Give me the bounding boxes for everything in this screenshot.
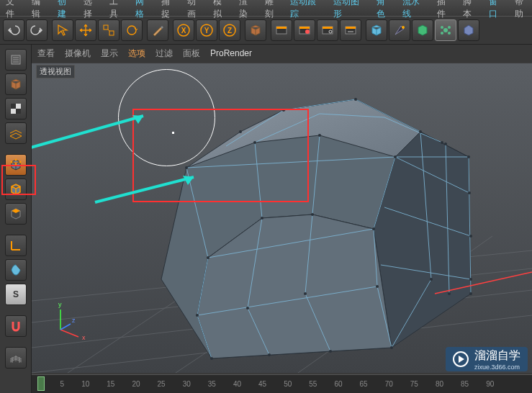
mode-toolbar: S (0, 45, 32, 393)
timeline-tick: 60 (334, 380, 342, 388)
environment-button[interactable] (458, 19, 479, 41)
live-select-button[interactable] (52, 19, 73, 41)
vmenu-选项[interactable]: 选项 (128, 48, 145, 60)
svg-point-56 (196, 314, 199, 317)
svg-text:Z: Z (227, 27, 232, 35)
menu-文件[interactable]: 文件 (6, 0, 23, 20)
edge-mode-button[interactable] (5, 179, 27, 200)
svg-point-49 (394, 155, 397, 158)
workplane-grid-button[interactable] (5, 347, 27, 369)
axis-button[interactable] (5, 235, 27, 256)
timeline-tick: 55 (309, 380, 317, 388)
menu-模拟[interactable]: 模拟 (213, 0, 230, 20)
workplane-mode-button[interactable] (5, 122, 27, 144)
menu-选择[interactable]: 选择 (84, 0, 101, 20)
rotate-tool-button[interactable] (121, 19, 143, 41)
vmenu-摄像机[interactable]: 摄像机 (65, 48, 91, 60)
timeline-playhead[interactable] (37, 376, 45, 391)
svg-point-19 (402, 26, 405, 29)
snap-button[interactable]: S (5, 284, 27, 305)
timeline-ruler[interactable]: 051015202530354045505560657075808590 (32, 374, 532, 393)
svg-point-64 (469, 292, 472, 295)
vmenu-查看[interactable]: 查看 (37, 48, 55, 60)
svg-text:x: x (82, 334, 86, 341)
spline-pen-button[interactable] (389, 19, 410, 41)
deformer-button[interactable] (435, 19, 456, 41)
primitive-cube-button[interactable] (366, 19, 387, 41)
svg-text:Y: Y (204, 27, 209, 35)
svg-text:X: X (181, 27, 186, 35)
point-mode-button[interactable] (5, 154, 27, 176)
viewport-menu-bar: 查看摄像机显示选项过滤面板ProRender (32, 45, 532, 62)
svg-point-54 (261, 217, 263, 220)
recent-tool-button[interactable] (147, 19, 168, 41)
menu-编辑[interactable]: 编辑 (32, 0, 49, 20)
vmenu-ProRender[interactable]: ProRender (210, 48, 252, 58)
svg-point-2 (127, 26, 136, 35)
viewport-canvas: x y z (32, 62, 532, 374)
svg-point-31 (14, 159, 17, 161)
watermark-sub: zixue.3d66.com (474, 363, 520, 371)
svg-rect-12 (299, 27, 310, 29)
model-mode-button[interactable] (5, 73, 27, 95)
svg-point-71 (441, 141, 443, 144)
texture-mode-button[interactable] (5, 98, 27, 119)
move-tool-button[interactable] (75, 19, 96, 41)
svg-point-23 (441, 32, 443, 35)
perspective-viewport[interactable]: 透视视图 (32, 62, 532, 374)
coord-system-button[interactable] (245, 19, 266, 41)
menu-创建[interactable]: 创建 (58, 0, 75, 20)
menu-工具[interactable]: 工具 (109, 0, 127, 20)
scale-tool-button[interactable] (98, 19, 120, 41)
menu-角色[interactable]: 角色 (377, 0, 394, 20)
svg-point-33 (14, 163, 17, 166)
viewport-panel: 查看摄像机显示选项过滤面板ProRender 透视视图 (32, 45, 532, 393)
menu-流水线[interactable]: 流水线 (402, 0, 428, 20)
menu-渲染[interactable]: 渲染 (239, 0, 256, 20)
svg-point-59 (376, 285, 379, 288)
render-settings-button[interactable] (317, 19, 338, 41)
timeline-tick: 20 (132, 380, 140, 388)
svg-point-69 (469, 278, 472, 281)
svg-point-24 (448, 32, 451, 35)
vmenu-显示[interactable]: 显示 (101, 48, 118, 60)
main-menu-bar: 文件编辑创建选择工具网格捕捉动画模拟渲染雕刻运动跟踪运动图形角色流水线插件脚本窗… (0, 0, 532, 16)
viewport-solo-button[interactable] (5, 259, 27, 281)
x-axis-button[interactable]: X (173, 19, 194, 41)
timeline-tick: 30 (183, 380, 191, 388)
z-axis-button[interactable]: Z (219, 19, 240, 41)
menu-运动跟踪[interactable]: 运动跟踪 (290, 0, 325, 20)
svg-rect-1 (109, 31, 114, 35)
svg-rect-15 (323, 27, 333, 29)
menu-捕捉[interactable]: 捕捉 (161, 0, 179, 20)
generator-button[interactable] (412, 19, 433, 41)
render-view-button[interactable] (271, 19, 292, 41)
polygon-mode-button[interactable] (5, 203, 27, 225)
svg-rect-28 (11, 109, 16, 114)
menu-网格[interactable]: 网格 (135, 0, 153, 20)
menu-窗口[interactable]: 窗口 (489, 0, 506, 20)
vmenu-面板[interactable]: 面板 (183, 48, 200, 60)
menu-插件[interactable]: 插件 (437, 0, 454, 20)
menu-帮助[interactable]: 帮助 (515, 0, 532, 20)
svg-rect-26 (11, 104, 16, 109)
vmenu-过滤[interactable]: 过滤 (155, 48, 173, 60)
render-region-button[interactable] (294, 19, 315, 41)
redo-button[interactable] (26, 19, 48, 41)
make-editable-button[interactable] (5, 49, 27, 71)
magnet-button[interactable] (5, 315, 27, 337)
svg-point-62 (329, 350, 332, 353)
timeline-tick: 75 (410, 380, 418, 388)
y-axis-button[interactable]: Y (196, 19, 217, 41)
timeline-tick: 50 (284, 380, 292, 388)
timeline-tick: 45 (258, 380, 266, 388)
undo-button[interactable] (3, 19, 24, 41)
svg-text:z: z (72, 317, 76, 324)
svg-point-55 (207, 256, 209, 259)
svg-point-30 (10, 161, 12, 163)
menu-运动图形[interactable]: 运动图形 (333, 0, 368, 20)
menu-动画[interactable]: 动画 (187, 0, 204, 20)
picture-viewer-button[interactable] (340, 19, 361, 41)
menu-雕刻[interactable]: 雕刻 (265, 0, 282, 20)
menu-脚本[interactable]: 脚本 (463, 0, 480, 20)
